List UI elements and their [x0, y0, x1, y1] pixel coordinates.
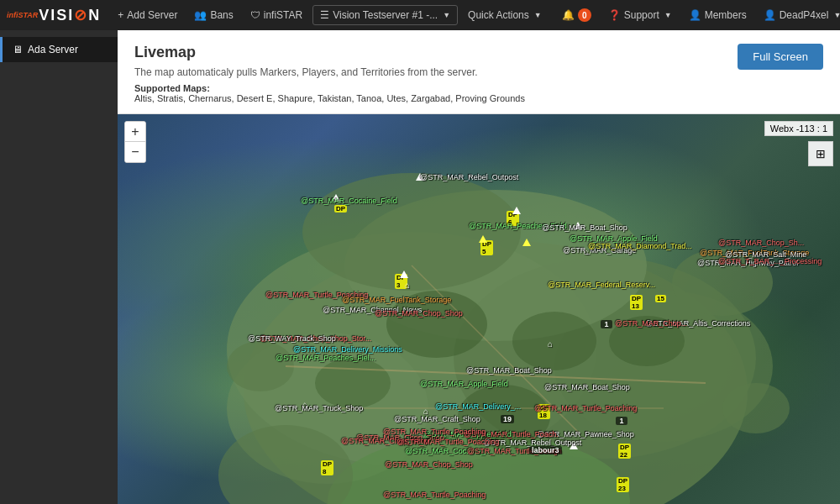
player-marker-7 — [479, 235, 487, 243]
notification-nav[interactable]: 🔔 0 — [555, 5, 598, 25]
members-icon: 👤 — [689, 9, 701, 21]
users-icon: 👥 — [194, 9, 207, 21]
player-marker-1 — [416, 173, 424, 181]
dp-label-8: DP8 — [321, 460, 333, 475]
livemap-description: The map automaticaly pulls Markers, Play… — [134, 66, 525, 78]
map-controls: + − — [124, 121, 146, 163]
members-nav[interactable]: 👤 Members — [682, 6, 753, 24]
quick-actions-nav[interactable]: Quick Actions ▼ — [461, 6, 549, 24]
layers-icon: ⊞ — [816, 147, 826, 160]
house-icon-3: ⌂ — [548, 339, 553, 349]
shield-icon: 🛡 — [250, 9, 260, 21]
number-badge-4: labour3 — [529, 446, 562, 454]
navbar: infiSTAR VISI⊘N + Add Server 👥 Bans 🛡 in… — [0, 0, 840, 30]
zoom-out-button[interactable]: − — [125, 142, 145, 162]
sidebar: 🖥 Ada Server — [0, 30, 118, 504]
dp-label-18: DP18 — [538, 404, 550, 419]
house-icon-4: ⌂ — [302, 400, 307, 409]
info-text: Livemap The map automaticaly pulls Marke… — [134, 44, 525, 103]
number-badge-2: 19 — [501, 415, 514, 423]
main-layout: 🖥 Ada Server Livemap The map automatical… — [0, 30, 840, 504]
logo: infiSTAR VISI⊘N — [7, 6, 101, 24]
plus-icon: + — [118, 9, 123, 21]
sidebar-item-label: Ada Server — [28, 44, 78, 55]
dp-label-23: DP23 — [617, 477, 629, 492]
house-icon-1: ⌂ — [405, 281, 410, 290]
support-nav[interactable]: ❓ Support ▼ — [601, 6, 679, 24]
house-icon-2: ⌂ — [584, 247, 589, 256]
fullscreen-button[interactable]: Full Screen — [738, 44, 823, 70]
members-label: Members — [705, 9, 747, 21]
zoom-in-button[interactable]: + — [125, 122, 145, 142]
number-badge-1: 1 — [601, 320, 612, 328]
info-panel: Livemap The map automaticaly pulls Marke… — [118, 30, 840, 114]
zoom-info: Webx -113 : 1 — [764, 121, 833, 136]
logo-vision: VISI⊘N — [39, 6, 101, 24]
quick-actions-label: Quick Actions — [468, 9, 529, 21]
supported-label: Supported Maps: — [134, 83, 210, 93]
maps-list: Altis, Stratis, Chernarus, Desert E, Sha… — [134, 93, 525, 103]
user-arrow: ▼ — [833, 11, 840, 19]
player-marker-8 — [570, 442, 578, 449]
player-marker-5 — [400, 270, 408, 278]
dp-label-13: DP13 — [630, 295, 643, 310]
bans-nav[interactable]: 👥 Bans — [187, 6, 239, 24]
server-icon: 🖥 — [13, 44, 23, 55]
content-area: Livemap The map automaticaly pulls Marke… — [118, 30, 840, 504]
user-icon: 👤 — [764, 9, 776, 21]
list-icon: ☰ — [320, 9, 329, 21]
bans-label: Bans — [210, 9, 233, 21]
dp-label-22: DP22 — [618, 444, 631, 459]
server-dropdown-arrow: ▼ — [443, 11, 450, 19]
notification-badge: 0 — [578, 8, 591, 22]
number-badge-3: 1 — [616, 417, 627, 425]
user-nav[interactable]: 👤 DeadP4xel ▼ — [757, 6, 840, 24]
support-arrow: ▼ — [664, 11, 672, 19]
server-name-label: Vision Testserver #1 -... — [333, 9, 438, 21]
infistar-label: infiSTAR — [264, 9, 302, 21]
livemap-title: Livemap — [134, 44, 525, 61]
player-marker-2 — [332, 194, 340, 202]
player-marker-6 — [522, 239, 531, 246]
add-server-label: Add Server — [127, 9, 177, 21]
server-select-nav[interactable]: ☰ Vision Testserver #1 -... ▼ — [312, 5, 458, 25]
bell-icon: 🔔 — [562, 9, 575, 21]
map-overlay-button[interactable]: ⊞ — [808, 141, 833, 166]
infistar-nav[interactable]: 🛡 infiSTAR — [244, 6, 309, 24]
add-server-nav[interactable]: + Add Server — [111, 6, 184, 24]
map-container[interactable]: + − Webx -113 : 1 ⊞ DP6 DP3 DP5 DP DP13 … — [118, 114, 840, 504]
quick-actions-arrow: ▼ — [534, 11, 542, 19]
house-icon-5: ⌂ — [423, 407, 428, 416]
logo-infistar: infiSTAR — [7, 11, 38, 19]
dp-label-blank: DP — [334, 205, 347, 213]
player-marker-4 — [574, 222, 582, 229]
question-icon: ❓ — [608, 9, 621, 21]
dp-label-15: 15 — [655, 295, 666, 302]
supported-maps: Supported Maps: Altis, Stratis, Chernaru… — [134, 83, 525, 103]
map-background — [118, 114, 840, 504]
player-marker-3 — [512, 207, 521, 214]
support-label: Support — [624, 9, 659, 21]
user-label: DeadP4xel — [780, 9, 829, 21]
sidebar-item-ada-server[interactable]: 🖥 Ada Server — [0, 37, 118, 62]
